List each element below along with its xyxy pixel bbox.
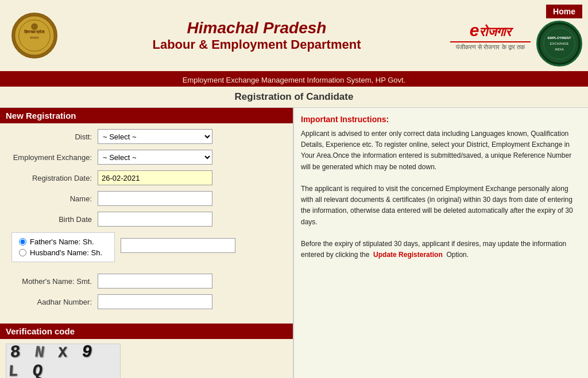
mother-name-label: Mother's Name: Smt. xyxy=(6,277,98,286)
erozgar-tagline: पंजीकरण से रोजगार के द्वार तक xyxy=(450,44,531,51)
instructions-p1: Applicant is advised to enter only corre… xyxy=(301,128,581,173)
birth-date-label: Birth Date xyxy=(6,215,98,224)
distt-select[interactable]: ~ Select ~ xyxy=(98,129,212,144)
svg-text:INDIA: INDIA xyxy=(555,48,564,51)
employment-exchange-select[interactable]: ~ Select ~ xyxy=(98,150,212,165)
page-title: Registration of Candidate xyxy=(0,87,588,108)
registration-date-input[interactable] xyxy=(98,170,212,185)
header-title-sub: Labour & Employment Department xyxy=(63,37,450,52)
home-link[interactable]: Home xyxy=(546,5,582,18)
instructions-p2: The applicant is required to visit the c… xyxy=(301,184,581,228)
husband-radio[interactable] xyxy=(19,249,26,256)
aadhar-row: Aadhar Number: xyxy=(0,294,293,309)
husband-radio-row: Husband's Name: Sh. xyxy=(19,248,107,257)
svg-text:EXCHANGE: EXCHANGE xyxy=(550,42,569,45)
update-registration-link[interactable]: Update Registeration xyxy=(373,251,443,259)
distt-label: Distt: xyxy=(6,133,98,141)
father-radio[interactable] xyxy=(19,238,26,245)
name-row: Name: xyxy=(0,191,293,206)
registration-date-label: Registration Date: xyxy=(6,174,98,182)
header-center: Himachal Pradesh Labour & Employment Dep… xyxy=(63,19,450,52)
employment-exchange-row: Employment Exchange: ~ Select ~ xyxy=(0,150,293,165)
svg-text:सरकार: सरकार xyxy=(29,36,39,40)
mother-name-row: Mother's Name: Smt. xyxy=(0,274,293,289)
husband-label: Husband's Name: Sh. xyxy=(30,248,102,257)
svg-text:हिमाचल प्रदेश: हिमाचल प्रदेश xyxy=(24,29,45,34)
aadhar-label: Aadhar Number: xyxy=(6,298,98,306)
header-title-main: Himachal Pradesh xyxy=(63,19,450,37)
parent-row: Father's Name: Sh. Husband's Name: Sh. xyxy=(0,232,293,268)
mother-name-input[interactable] xyxy=(98,274,212,289)
parent-name-input[interactable] xyxy=(121,238,235,253)
main-content: New Registration Distt: ~ Select ~ Emplo… xyxy=(0,108,588,378)
instructions-p3-after: Option. xyxy=(446,251,469,259)
navbar-text: Employment Exchange Management Informati… xyxy=(183,76,406,84)
name-label: Name: xyxy=(6,194,98,203)
captcha-box: 8 N X 9 L Q Enter the code shown: xyxy=(6,344,121,378)
captcha-image: 8 N X 9 L Q xyxy=(6,344,120,378)
logo-left: हिमाचल प्रदेश सरकार xyxy=(6,13,63,59)
header: हिमाचल प्रदेश सरकार Himachal Pradesh Lab… xyxy=(0,0,588,73)
birth-date-input[interactable] xyxy=(98,212,212,227)
instructions-p3: Before the expiry of stipulated 30 days,… xyxy=(301,239,581,260)
logo-right: EMPLOYMENT EXCHANGE INDIA xyxy=(536,21,582,67)
instructions-paragraph1: Applicant is advised to enter only corre… xyxy=(301,128,581,260)
registration-date-row: Registration Date: xyxy=(0,170,293,185)
erozgar-logo: eरोजगार पंजीकरण से रोजगार के द्वार तक xyxy=(450,21,531,51)
new-registration-header: New Registration xyxy=(0,108,293,123)
right-panel: Important Instructions: Applicant is adv… xyxy=(293,108,588,378)
hp-emblem: हिमाचल प्रदेश सरकार xyxy=(11,13,57,59)
navbar: Employment Exchange Management Informati… xyxy=(0,73,588,87)
name-input[interactable] xyxy=(98,191,212,206)
verification-header: Verification code xyxy=(0,324,293,339)
header-right: eरोजगार पंजीकरण से रोजगार के द्वार तक Ho… xyxy=(450,5,582,67)
distt-row: Distt: ~ Select ~ xyxy=(0,129,293,144)
erozgar-word: रोजगार xyxy=(479,25,511,39)
captcha-text: 8 N X 9 L Q xyxy=(7,342,119,379)
father-label: Father's Name: Sh. xyxy=(30,237,94,246)
employment-exchange-label: Employment Exchange: xyxy=(6,153,98,162)
birth-date-row: Birth Date xyxy=(0,212,293,227)
father-radio-row: Father's Name: Sh. xyxy=(19,237,107,246)
form-area: Distt: ~ Select ~ Employment Exchange: ~… xyxy=(0,123,293,321)
aadhar-input[interactable] xyxy=(98,294,212,309)
erozgar-text: eरोजगार xyxy=(450,21,531,40)
svg-point-4 xyxy=(31,24,38,30)
svg-text:EMPLOYMENT: EMPLOYMENT xyxy=(547,36,571,40)
instructions-title: Important Instructions: xyxy=(301,115,581,124)
parent-radio-box: Father's Name: Sh. Husband's Name: Sh. xyxy=(11,232,115,262)
left-panel: New Registration Distt: ~ Select ~ Emplo… xyxy=(0,108,293,378)
